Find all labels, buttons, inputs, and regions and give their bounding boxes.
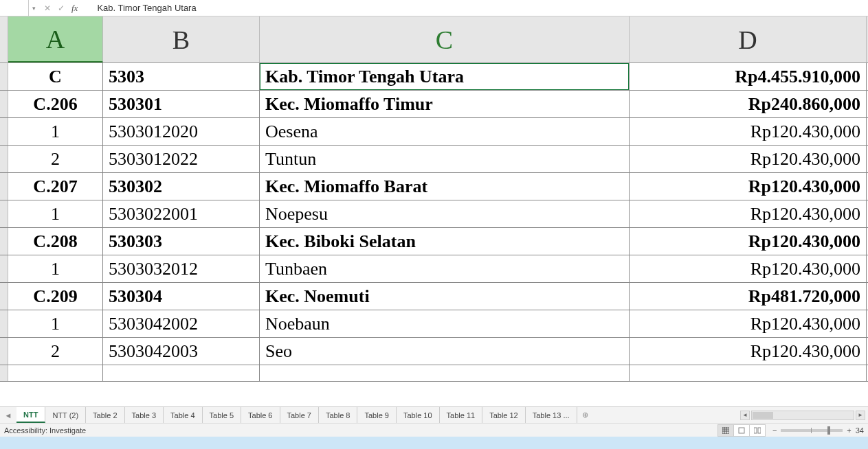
cell-D[interactable]: Rp120.430,000 (630, 146, 867, 172)
add-sheet-button[interactable]: ⊕ (577, 407, 594, 423)
cell-A[interactable]: C (8, 63, 103, 90)
cell-C[interactable]: Kab. Timor Tengah Utara (260, 63, 630, 90)
cell-C[interactable]: Noepesu (260, 200, 630, 227)
column-header-B[interactable]: B (103, 16, 260, 62)
row-header-stub[interactable] (0, 255, 8, 282)
scroll-right-arrow-icon[interactable]: ► (856, 411, 865, 420)
cell-A[interactable]: 2 (8, 338, 103, 365)
enter-button[interactable]: ✓ (58, 3, 65, 13)
cell-A[interactable]: C.208 (8, 228, 103, 255)
sheet-tab[interactable]: Table 3 (125, 407, 164, 423)
row-header-stub[interactable] (0, 146, 8, 172)
cell-A[interactable]: 1 (8, 200, 103, 227)
row-header-stub[interactable] (0, 200, 8, 227)
cell-B[interactable]: 5303012020 (103, 118, 260, 145)
zoom-out-button[interactable]: − (772, 426, 777, 435)
sheet-tab[interactable]: Table 2 (86, 407, 124, 423)
cell-C[interactable]: Kec. Noemuti (260, 283, 630, 310)
cell-A[interactable]: 2 (8, 146, 103, 172)
cell-A[interactable]: C.206 (8, 91, 103, 117)
sheet-tab[interactable]: Table 11 (440, 407, 483, 423)
cell-B[interactable]: 530302 (103, 173, 260, 200)
cell-B[interactable]: 5303042003 (103, 338, 260, 365)
sheet-tab[interactable]: NTT (2) (45, 407, 86, 423)
cell-D[interactable]: Rp481.720,000 (630, 283, 867, 310)
cell-A[interactable]: C.207 (8, 173, 103, 200)
cell-A[interactable]: C.209 (8, 283, 103, 310)
scroll-left-arrow-icon[interactable]: ◄ (740, 411, 750, 420)
sheet-tab[interactable]: Table 13 ... (526, 407, 577, 423)
row-header-stub[interactable] (0, 338, 8, 365)
cell-A[interactable]: 1 (8, 118, 103, 145)
name-box[interactable] (0, 0, 29, 16)
page-layout-view-button[interactable] (733, 424, 750, 437)
cell-D[interactable]: Rp120.430,000 (630, 200, 867, 227)
cell-B[interactable]: 5303032012 (103, 255, 260, 282)
zoom-slider[interactable] (781, 429, 843, 432)
horizontal-scrollbar[interactable]: ◄ ► (737, 407, 868, 423)
sheet-tab[interactable]: Table 8 (319, 407, 357, 423)
sheet-tab[interactable]: Table 10 (397, 407, 440, 423)
cell-D[interactable]: Rp240.860,000 (630, 91, 867, 117)
sheet-tab[interactable]: Table 6 (241, 407, 280, 423)
accessibility-status[interactable]: Accessibility: Investigate (4, 426, 86, 435)
sheet-tab[interactable]: Table 9 (357, 407, 396, 423)
tab-nav-prev-icon[interactable]: ◄ (0, 407, 16, 423)
row-header-stub[interactable] (0, 365, 8, 381)
sheet-tab[interactable]: Table 12 (482, 407, 526, 423)
row-header-stub[interactable] (0, 228, 8, 255)
column-header-A[interactable]: A (8, 16, 103, 62)
row-header-stub[interactable] (0, 118, 8, 145)
cell-partial[interactable] (103, 365, 260, 381)
cancel-button[interactable]: ✕ (44, 3, 51, 13)
cell-B[interactable]: 530303 (103, 228, 260, 255)
cell-C[interactable]: Kec. Miomaffo Timur (260, 91, 630, 117)
row-header-stub[interactable] (0, 91, 8, 117)
row-header-stub[interactable] (0, 283, 8, 310)
cell-C[interactable]: Kec. Biboki Selatan (260, 228, 630, 255)
fx-button[interactable]: fx (71, 3, 78, 14)
cell-D[interactable]: Rp4.455.910,000 (630, 63, 867, 90)
cell-B[interactable]: 5303042002 (103, 310, 260, 337)
cell-D[interactable]: Rp120.430,000 (630, 310, 867, 337)
column-header-D[interactable]: D (630, 16, 867, 62)
row-header-stub[interactable] (0, 310, 8, 337)
scroll-track[interactable] (751, 411, 854, 420)
cell-B[interactable]: 5303 (103, 63, 260, 90)
row-header-stub[interactable] (0, 63, 8, 90)
sheet-tab[interactable]: Table 7 (280, 407, 319, 423)
cell-partial[interactable] (260, 365, 630, 381)
cell-B[interactable]: 5303012022 (103, 146, 260, 172)
cell-D[interactable]: Rp120.430,000 (630, 338, 867, 365)
normal-view-button[interactable] (717, 424, 734, 437)
cell-D[interactable]: Rp120.430,000 (630, 255, 867, 282)
cell-C[interactable]: Noebaun (260, 310, 630, 337)
cell-C[interactable]: Kec. Miomaffo Barat (260, 173, 630, 200)
cell-D[interactable]: Rp120.430,000 (630, 173, 867, 200)
cell-D[interactable]: Rp120.430,000 (630, 228, 867, 255)
sheet-tab[interactable]: NTT (16, 407, 45, 423)
zoom-in-button[interactable]: + (847, 426, 851, 435)
sheet-tab[interactable]: Table 4 (164, 407, 202, 423)
cell-partial[interactable] (8, 365, 103, 381)
cell-C[interactable]: Tuntun (260, 146, 630, 172)
cell-C[interactable]: Oesena (260, 118, 630, 145)
cell-C[interactable]: Seo (260, 338, 630, 365)
cell-B[interactable]: 530304 (103, 283, 260, 310)
formula-content[interactable]: Kab. Timor Tengah Utara (83, 3, 868, 13)
sheet-tab[interactable]: Table 5 (203, 407, 241, 423)
cell-D[interactable]: Rp120.430,000 (630, 118, 867, 145)
cell-B[interactable]: 530301 (103, 91, 260, 117)
cell-A[interactable]: 1 (8, 310, 103, 337)
page-break-view-button[interactable] (749, 424, 766, 437)
column-header-C[interactable]: C (260, 16, 630, 62)
scroll-thumb[interactable] (753, 412, 773, 419)
name-box-dropdown-icon[interactable]: ▾ (29, 5, 38, 12)
cell-A[interactable]: 1 (8, 255, 103, 282)
row-header-stub[interactable] (0, 173, 8, 200)
zoom-value[interactable]: 34 (856, 426, 864, 435)
select-all-corner[interactable] (0, 16, 8, 62)
cell-B[interactable]: 5303022001 (103, 200, 260, 227)
cell-C[interactable]: Tunbaen (260, 255, 630, 282)
cell-partial[interactable] (630, 365, 867, 381)
